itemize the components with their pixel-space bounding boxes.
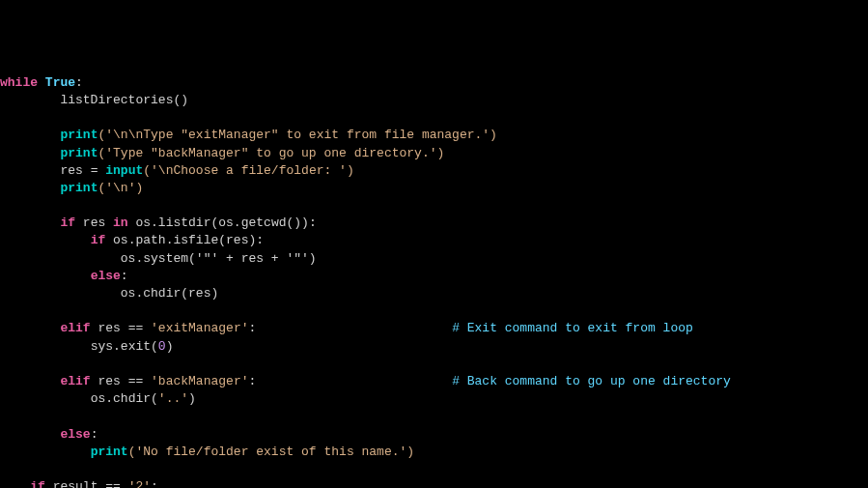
keyword-if: if	[91, 233, 106, 247]
keyword-else: else	[91, 269, 121, 283]
keyword-if: if	[30, 479, 45, 488]
keyword-while: while	[0, 75, 38, 90]
bool-true: True	[45, 75, 75, 90]
keyword-elif: elif	[60, 321, 90, 335]
code-line: os.chdir(res)	[0, 286, 218, 301]
code-line: print('\n')	[0, 181, 143, 195]
code-line: print('\n\nType "exitManager" to exit fr…	[0, 128, 497, 142]
code-line: while True:	[0, 75, 83, 90]
code-line: else:	[0, 427, 98, 442]
code-line: os.chdir('..')	[0, 391, 196, 406]
comment: # Back command to go up one directory	[452, 374, 731, 388]
comment: # Exit command to exit from loop	[452, 321, 693, 335]
code-line: listDirectories()	[0, 93, 188, 107]
keyword-if: if	[60, 215, 75, 230]
fn-print: print	[91, 445, 128, 459]
fn-print: print	[60, 128, 98, 142]
fn-print: print	[60, 146, 98, 160]
code-line: print('No file/folder exist of this name…	[0, 445, 414, 459]
code-line: if res in os.listdir(os.getcwd()):	[0, 215, 317, 230]
code-line: else:	[0, 269, 128, 283]
code-line: os.system('"' + res + '"')	[0, 251, 317, 266]
keyword-in: in	[113, 215, 128, 230]
code-editor[interactable]: while True: listDirectories() print('\n\…	[0, 74, 868, 488]
code-line: res = input('\nChoose a file/folder: ')	[0, 163, 354, 178]
code-line: if os.path.isfile(res):	[0, 233, 264, 247]
code-line: sys.exit(0)	[0, 339, 173, 354]
code-line: print('Type "backManager" to go up one d…	[0, 146, 444, 160]
fn-input: input	[105, 163, 143, 178]
keyword-else: else	[60, 427, 90, 442]
keyword-elif: elif	[60, 374, 90, 388]
code-line: elif res == 'backManager': # Back comman…	[0, 374, 731, 388]
fn-print: print	[60, 181, 98, 195]
code-line: if result == '2':	[0, 479, 158, 488]
code-line: elif res == 'exitManager': # Exit comman…	[0, 321, 693, 335]
